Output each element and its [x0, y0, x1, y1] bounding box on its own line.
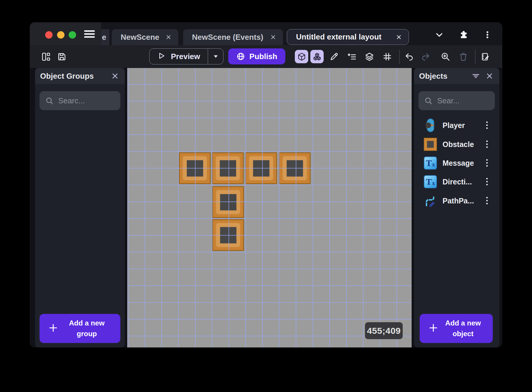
- trash-icon[interactable]: [457, 51, 470, 63]
- object-row-pathpaint[interactable]: PathPa...: [414, 192, 499, 209]
- plus-icon: [48, 323, 58, 334]
- zoom-window-button[interactable]: [69, 31, 76, 39]
- objects-panel: Objects: [414, 68, 499, 347]
- edit-object-mode-cube-icon[interactable]: [295, 50, 308, 63]
- obstacle-instance[interactable]: [212, 219, 244, 251]
- screenshot-stage: e NewScene NewScene (Events) Untitled ex…: [0, 0, 532, 392]
- obstacle-instance-core: [253, 160, 269, 176]
- globe-icon: [236, 52, 245, 61]
- object-name: Message: [443, 159, 474, 167]
- filter-icon[interactable]: [471, 72, 480, 80]
- obstacle-block-icon: [424, 137, 437, 151]
- layers-icon[interactable]: [363, 51, 376, 63]
- cursor-coordinates-badge: 455;409: [365, 322, 403, 339]
- text-object-icon: Tx: [424, 175, 437, 189]
- obstacle-instance-core: [220, 160, 236, 176]
- grid-toggle-icon[interactable]: [381, 51, 394, 63]
- object-name: Obstacle: [443, 140, 474, 149]
- objects-title: Objects: [419, 72, 447, 81]
- main-menu-icon[interactable]: [84, 30, 96, 38]
- object-name: Directi...: [443, 178, 472, 186]
- save-icon[interactable]: [55, 51, 68, 63]
- preview-options-dropdown[interactable]: [208, 49, 223, 64]
- close-panel-icon[interactable]: [111, 72, 119, 80]
- object-menu-kebab-icon[interactable]: [484, 177, 490, 186]
- add-group-label: Add a new group: [58, 318, 120, 339]
- player-sprite-icon: [424, 118, 437, 132]
- pencil-edit-icon[interactable]: [328, 51, 341, 63]
- search-icon: [424, 97, 432, 105]
- toggle-panels-layout-icon[interactable]: [40, 51, 53, 63]
- obstacle-instance[interactable]: [212, 152, 244, 184]
- object-menu-kebab-icon[interactable]: [484, 140, 490, 149]
- obstacle-instance-core: [287, 160, 303, 176]
- plus-icon: [429, 323, 438, 334]
- gdevelop-window: e NewScene NewScene (Events) Untitled ex…: [30, 22, 502, 347]
- edit-scene-properties-icon[interactable]: [479, 51, 492, 63]
- tab-label: NewScene: [112, 33, 159, 42]
- tab-untitled-external-layout[interactable]: Untitled external layout: [287, 29, 409, 45]
- preview-button[interactable]: Preview: [149, 48, 223, 64]
- object-row-player[interactable]: Player: [414, 117, 499, 134]
- close-panel-icon[interactable]: [486, 72, 493, 80]
- toolbar-divider: [475, 50, 476, 64]
- object-groups-header: Object Groups: [35, 68, 125, 84]
- object-name: PathPa...: [443, 197, 474, 205]
- window-titlebar-zone: [30, 22, 101, 45]
- objects-search[interactable]: [418, 91, 495, 110]
- tab-partial-label: e: [100, 33, 106, 42]
- publish-label: Publish: [249, 52, 277, 61]
- tab-label: Untitled external layout: [287, 32, 382, 42]
- extensions-puzzle-icon[interactable]: [458, 30, 469, 39]
- close-tab-icon[interactable]: [396, 34, 402, 40]
- object-groups-panel: Object Groups Add a new group: [35, 68, 125, 347]
- obstacle-instance-core: [220, 194, 236, 210]
- object-name: Player: [443, 121, 465, 130]
- obstacle-instance[interactable]: [245, 152, 277, 184]
- close-tab-icon[interactable]: [270, 34, 276, 40]
- search-icon: [45, 97, 53, 105]
- window-menu-kebab-icon[interactable]: [482, 30, 493, 39]
- obstacle-instance[interactable]: [279, 152, 311, 184]
- zoom-in-icon[interactable]: [439, 51, 452, 63]
- toolbar-divider: [399, 50, 400, 64]
- object-groups-title: Object Groups: [40, 72, 94, 81]
- instances-mode-cubes-icon[interactable]: [310, 50, 324, 63]
- object-row-direction[interactable]: Tx Directi...: [414, 173, 499, 190]
- path-draw-icon: [424, 194, 437, 208]
- object-row-message[interactable]: Tx Message: [414, 154, 499, 172]
- tab-label: NewScene (Events): [183, 33, 263, 42]
- object-groups-search-input[interactable]: [58, 96, 116, 105]
- objects-header: Objects: [414, 68, 499, 84]
- obstacle-instance-core: [220, 227, 236, 243]
- minimize-window-button[interactable]: [57, 31, 64, 39]
- preview-label: Preview: [171, 52, 200, 61]
- text-object-icon: Tx: [424, 156, 437, 170]
- redo-icon[interactable]: [419, 51, 432, 63]
- obstacle-instance-core: [187, 160, 203, 176]
- object-row-obstacle[interactable]: Obstacle: [414, 136, 499, 153]
- play-icon: [157, 52, 166, 61]
- publish-button[interactable]: Publish: [228, 48, 285, 64]
- tab-partial[interactable]: e: [100, 29, 109, 45]
- add-object-label: Add a new object: [438, 318, 493, 339]
- tab-newscene-events[interactable]: NewScene (Events): [183, 29, 283, 45]
- obstacle-instance[interactable]: [179, 152, 211, 184]
- scene-editor-canvas[interactable]: 455;409: [127, 68, 412, 347]
- object-groups-search[interactable]: [40, 91, 120, 110]
- tab-newscene[interactable]: NewScene: [112, 29, 178, 45]
- add-object-button[interactable]: Add a new object: [420, 314, 493, 343]
- object-menu-kebab-icon[interactable]: [484, 159, 490, 167]
- undo-icon[interactable]: [403, 51, 416, 63]
- objects-search-input[interactable]: [437, 96, 491, 105]
- close-tab-icon[interactable]: [165, 34, 172, 40]
- obstacle-instance[interactable]: [212, 186, 244, 218]
- instances-list-icon[interactable]: [345, 51, 358, 63]
- tab-bar: e NewScene NewScene (Events) Untitled ex…: [30, 22, 502, 45]
- tab-list-chevron-down-icon[interactable]: [434, 30, 445, 39]
- grid-overlay: [127, 68, 412, 347]
- object-menu-kebab-icon[interactable]: [484, 196, 490, 205]
- add-group-button[interactable]: Add a new group: [40, 314, 120, 343]
- object-menu-kebab-icon[interactable]: [484, 121, 490, 130]
- close-window-button[interactable]: [45, 31, 53, 39]
